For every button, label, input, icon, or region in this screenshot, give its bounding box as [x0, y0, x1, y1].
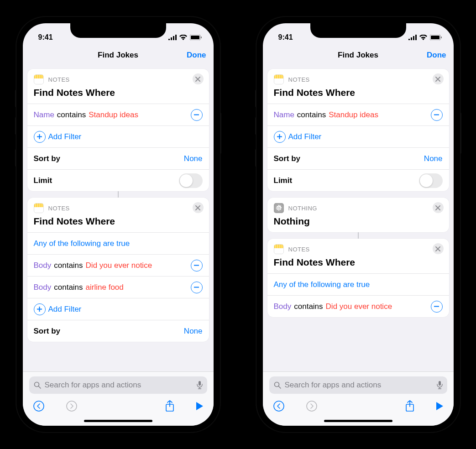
cellular-icon: [168, 35, 177, 40]
sort-row[interactable]: Sort by None: [27, 147, 209, 169]
search-icon: [34, 381, 41, 389]
action-card-find-notes: NOTES Find Notes Where Any of the follow…: [27, 198, 209, 342]
filter-row[interactable]: Name contains Standup ideas: [27, 104, 209, 125]
search-input[interactable]: Search for apps and actions: [29, 376, 207, 394]
filter-group-row[interactable]: Any of the following are true: [267, 273, 449, 295]
filter-op[interactable]: contains: [294, 302, 323, 311]
screen: 9:41 Find Jokes Done NOTES F: [23, 23, 214, 426]
sort-row[interactable]: Sort by None: [267, 147, 449, 169]
filter-field[interactable]: Name: [34, 110, 54, 120]
content[interactable]: NOTES Find Notes Where Name contains Sta…: [263, 65, 454, 371]
dictation-icon[interactable]: [197, 381, 203, 389]
filter-field[interactable]: Name: [274, 110, 294, 120]
card-close-button[interactable]: [433, 243, 444, 254]
limit-row: Limit: [267, 169, 449, 191]
share-button[interactable]: [405, 400, 414, 412]
toolbar: [29, 394, 207, 412]
search-placeholder: Search for apps and actions: [285, 381, 382, 390]
remove-filter-button[interactable]: [431, 301, 443, 313]
card-close-button[interactable]: [433, 73, 444, 84]
filter-op[interactable]: contains: [57, 110, 86, 120]
svg-rect-25: [439, 381, 441, 386]
add-filter-button[interactable]: [274, 131, 286, 143]
limit-toggle[interactable]: [419, 173, 443, 188]
filter-row[interactable]: Body contains airline food: [27, 276, 209, 298]
remove-filter-button[interactable]: [431, 109, 443, 121]
done-button[interactable]: Done: [427, 51, 446, 60]
filter-group-label[interactable]: Any of the following are true: [274, 280, 370, 289]
filter-value[interactable]: Did you ever notice: [86, 261, 152, 270]
notes-app-icon: [274, 74, 284, 84]
search-placeholder: Search for apps and actions: [45, 381, 141, 390]
remove-filter-button[interactable]: [191, 109, 203, 121]
done-button[interactable]: Done: [187, 51, 206, 60]
dictation-icon[interactable]: [437, 381, 443, 389]
sort-value[interactable]: None: [424, 154, 443, 163]
filter-row[interactable]: Name contains Standup ideas: [267, 104, 449, 125]
filter-value[interactable]: airline food: [86, 283, 124, 292]
sort-row[interactable]: Sort by None: [27, 320, 209, 342]
card-close-button[interactable]: [193, 202, 204, 213]
phone-left: 9:41 Find Jokes Done NOTES F: [16, 17, 220, 432]
filter-field[interactable]: Body: [34, 261, 52, 270]
undo-button[interactable]: [273, 400, 285, 412]
gear-icon: [276, 205, 282, 211]
filter-value[interactable]: Standup ideas: [329, 110, 378, 120]
card-close-button[interactable]: [433, 202, 444, 213]
svg-rect-17: [431, 36, 439, 39]
filter-value[interactable]: Did you ever notice: [326, 302, 392, 311]
sort-value[interactable]: None: [184, 327, 203, 336]
filter-op[interactable]: contains: [297, 110, 326, 120]
notes-app-icon: [274, 244, 284, 254]
svg-point-27: [307, 401, 317, 411]
filter-field[interactable]: Body: [34, 283, 52, 292]
action-connector: [118, 191, 119, 198]
plus-icon: [37, 306, 42, 312]
filter-row[interactable]: Body contains Did you ever notice: [27, 254, 209, 276]
add-filter-label: Add Filter: [48, 305, 82, 314]
sort-value[interactable]: None: [184, 154, 203, 163]
notch: [70, 23, 166, 38]
nav-bar: Find Jokes Done: [23, 45, 214, 65]
filter-value[interactable]: Standup ideas: [89, 110, 138, 120]
card-close-button[interactable]: [193, 73, 204, 84]
close-icon: [435, 205, 440, 210]
limit-row: Limit: [27, 169, 209, 191]
run-button[interactable]: [195, 402, 204, 411]
svg-rect-12: [199, 381, 201, 386]
filter-group-row[interactable]: Any of the following are true: [27, 232, 209, 254]
add-filter-row[interactable]: Add Filter: [27, 298, 209, 320]
battery-icon: [190, 35, 202, 40]
minus-icon: [194, 112, 199, 118]
status-time: 9:41: [278, 33, 293, 42]
notes-app-icon: [34, 74, 44, 84]
add-filter-row[interactable]: Add Filter: [267, 125, 449, 147]
limit-toggle[interactable]: [179, 173, 203, 188]
toolbar: [269, 394, 447, 412]
filter-op[interactable]: contains: [54, 261, 83, 270]
content[interactable]: NOTES Find Notes Where Name contains Sta…: [23, 65, 214, 371]
add-filter-button[interactable]: [34, 303, 46, 315]
remove-filter-button[interactable]: [191, 260, 203, 271]
svg-line-24: [278, 386, 281, 389]
filter-op[interactable]: contains: [54, 283, 83, 292]
svg-rect-1: [191, 36, 199, 39]
filter-row[interactable]: Body contains Did you ever notice: [267, 295, 449, 317]
dock: Search for apps and actions: [263, 371, 454, 426]
notch: [310, 23, 406, 38]
undo-button[interactable]: [33, 400, 45, 412]
limit-label: Limit: [274, 176, 293, 185]
search-input[interactable]: Search for apps and actions: [269, 376, 447, 394]
svg-point-13: [34, 401, 44, 411]
filter-field[interactable]: Body: [274, 302, 292, 311]
card-app-label: NOTES: [288, 76, 310, 83]
close-icon: [435, 246, 440, 251]
run-button[interactable]: [435, 402, 444, 411]
share-button[interactable]: [165, 400, 174, 412]
remove-filter-button[interactable]: [191, 282, 203, 293]
add-filter-button[interactable]: [34, 131, 46, 143]
close-icon: [195, 77, 200, 82]
filter-group-label[interactable]: Any of the following are true: [34, 239, 130, 248]
add-filter-row[interactable]: Add Filter: [27, 125, 209, 147]
action-card-nothing: NOTHING Nothing: [267, 198, 449, 232]
